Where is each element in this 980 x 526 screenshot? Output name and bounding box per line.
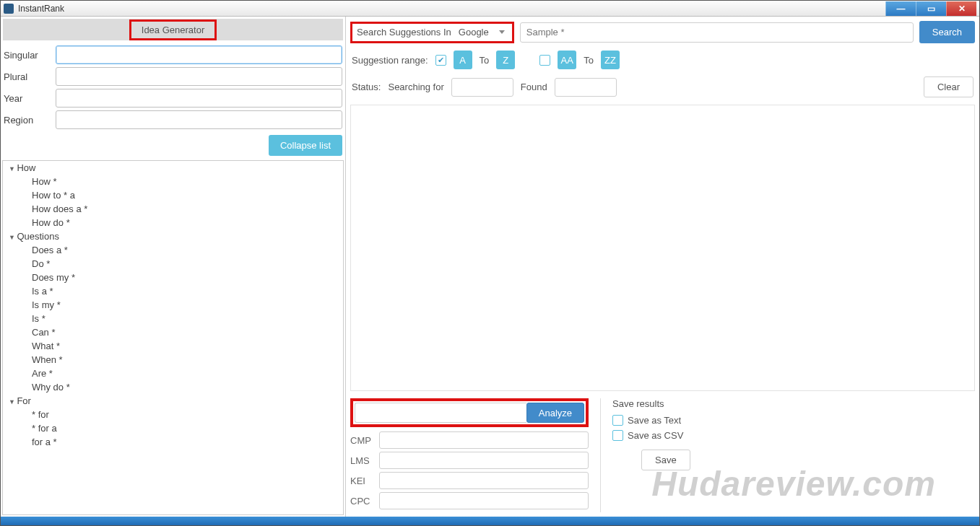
searching-for-field <box>451 78 513 97</box>
save-results-header: Save results <box>612 398 716 409</box>
minimize-button[interactable]: — <box>885 1 916 16</box>
analyze-button[interactable]: Analyze <box>526 403 584 423</box>
range-to-label-1: To <box>480 55 490 66</box>
singular-label: Singular <box>4 50 56 61</box>
range-to-label-2: To <box>584 55 594 66</box>
save-csv-checkbox[interactable] <box>612 430 623 441</box>
save-text-checkbox[interactable] <box>612 415 623 426</box>
tree-item[interactable]: * for a <box>3 421 343 435</box>
save-button[interactable]: Save <box>641 450 690 470</box>
region-input[interactable] <box>56 110 342 129</box>
titlebar: InstantRank — ▭ ✕ <box>1 1 979 17</box>
app-title: InstantRank <box>18 4 885 14</box>
analyze-input[interactable] <box>355 403 526 423</box>
close-button[interactable]: ✕ <box>946 1 976 16</box>
idea-generator-label: Idea Generator <box>129 19 217 40</box>
results-area <box>350 105 975 391</box>
status-label: Status: <box>352 82 381 92</box>
tree-item[interactable]: Do * <box>3 257 343 271</box>
tree-item[interactable]: How * <box>3 175 343 188</box>
tree-group[interactable]: Questions <box>3 229 343 243</box>
collapse-list-button[interactable]: Collapse list <box>269 135 342 156</box>
sample-input[interactable] <box>520 22 914 43</box>
maximize-button[interactable]: ▭ <box>916 1 946 16</box>
range-label: Suggestion range: <box>352 55 428 66</box>
tree-item[interactable]: When * <box>3 353 343 367</box>
chevron-down-icon <box>499 30 505 34</box>
tree-item[interactable]: Is a * <box>3 284 343 298</box>
tree-item[interactable]: Is my * <box>3 298 343 312</box>
tree-item[interactable]: Does a * <box>3 243 343 257</box>
range-single-checkbox[interactable]: ✔ <box>435 55 446 66</box>
cmp-field <box>379 431 589 449</box>
search-suggestions-box: Search Suggestions In Google <box>350 22 514 43</box>
kei-field <box>379 472 589 489</box>
tree-item[interactable]: * for <box>3 408 343 421</box>
engine-select[interactable]: Google <box>456 27 508 38</box>
kei-label: KEI <box>350 475 379 486</box>
tree-group[interactable]: How <box>3 161 343 175</box>
tree-item[interactable]: Why do * <box>3 380 343 394</box>
plural-label: Plural <box>4 71 56 82</box>
region-label: Region <box>4 115 56 126</box>
searching-for-label: Searching for <box>388 82 443 92</box>
cmp-label: CMP <box>350 435 379 446</box>
tree-item[interactable]: How does a * <box>3 202 343 216</box>
tree-item[interactable]: Does my * <box>3 271 343 284</box>
tree-item[interactable]: How to * a <box>3 188 343 202</box>
plural-input[interactable] <box>56 67 342 86</box>
idea-generator-tab[interactable]: Idea Generator <box>3 19 343 40</box>
search-button[interactable]: Search <box>919 21 975 43</box>
lms-label: LMS <box>350 455 379 466</box>
app-icon <box>4 4 14 14</box>
cpc-label: CPC <box>350 496 379 507</box>
range-to-zz[interactable]: ZZ <box>601 51 620 69</box>
range-double-checkbox[interactable] <box>539 55 550 66</box>
tree-item[interactable]: What * <box>3 339 343 353</box>
range-from-aa[interactable]: AA <box>558 51 576 69</box>
year-label: Year <box>4 93 56 104</box>
found-label: Found <box>521 82 547 92</box>
year-input[interactable] <box>56 89 342 108</box>
range-from-a[interactable]: A <box>454 51 472 69</box>
analyze-box: Analyze <box>350 398 589 427</box>
idea-tree[interactable]: HowHow *How to * aHow does a *How do *Qu… <box>2 160 344 515</box>
search-in-label: Search Suggestions In <box>357 27 451 38</box>
engine-value: Google <box>459 27 489 38</box>
tree-item[interactable]: How do * <box>3 216 343 229</box>
clear-button[interactable]: Clear <box>924 76 974 97</box>
save-text-label: Save as Text <box>628 415 681 426</box>
singular-input[interactable] <box>56 45 342 64</box>
tree-item[interactable]: Can * <box>3 325 343 339</box>
range-to-z[interactable]: Z <box>496 51 515 69</box>
tree-group[interactable]: For <box>3 394 343 408</box>
tree-item[interactable]: Are * <box>3 367 343 380</box>
tree-item[interactable]: Is * <box>3 312 343 325</box>
save-csv-label: Save as CSV <box>628 430 683 441</box>
taskbar <box>1 517 979 525</box>
lms-field <box>379 452 589 469</box>
cpc-field <box>379 492 589 509</box>
tree-item[interactable]: for a * <box>3 435 343 449</box>
found-field <box>555 78 617 97</box>
